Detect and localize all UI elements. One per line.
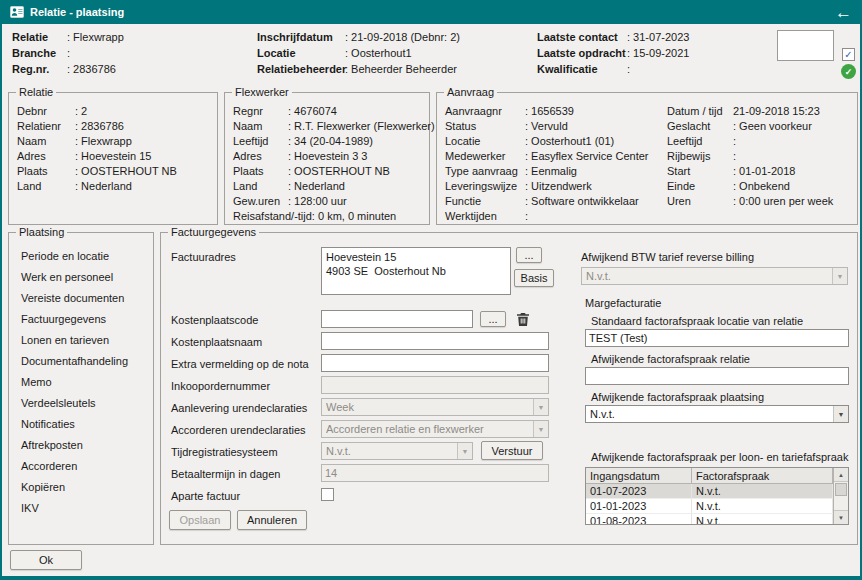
factuurgegevens-group-title: Factuurgegevens [168, 226, 259, 239]
row-label: Adres [17, 150, 75, 162]
verstuur-button[interactable]: Verstuur [481, 441, 543, 460]
header-label: Reg.nr. [12, 63, 67, 75]
afwijkende-factorafspraak-relatie-input[interactable] [585, 367, 849, 385]
nav-item-kopieren[interactable]: Kopiëren [9, 476, 153, 497]
header-label: Relatiebeheerder [257, 63, 345, 75]
nav-item-periode-en-locatie[interactable]: Periode en locatie [9, 245, 153, 266]
row-label: Geslacht [667, 120, 733, 132]
row-value: : Geen voorkeur [733, 120, 812, 132]
relatie-groupbox: Relatie Debnr: 2 Relatienr: 2836786 Naam… [8, 92, 218, 225]
nav-item-vereiste-documenten[interactable]: Vereiste documenten [9, 287, 153, 308]
kostenplaatscode-label: Kostenplaatscode [171, 314, 258, 326]
row-label: Datum / tijd [667, 105, 733, 117]
betaaltermijn-input[interactable] [321, 464, 549, 482]
kostenplaatsnaam-input[interactable] [321, 332, 549, 350]
nav-item-accorderen[interactable]: Accorderen [9, 455, 153, 476]
btw-reverse-billing-select[interactable]: N.v.t.▼ [581, 267, 848, 285]
header-checkbox[interactable]: ✓ [842, 48, 855, 61]
header-label: Laatste opdracht [537, 47, 627, 59]
nav-item-documentafhandeling[interactable]: Documentafhandeling [9, 350, 153, 371]
window-title: Relatie - plaatsing [30, 6, 829, 18]
row-value: : Hoevestein 15 [75, 150, 151, 162]
row-value: : Oosterhout1 (01) [525, 135, 614, 147]
opslaan-button[interactable]: Opslaan [169, 510, 231, 530]
table-row[interactable]: 01-08-2023 N.v.t. [586, 514, 848, 525]
nav-item-werk-en-personeel[interactable]: Werk en personeel [9, 266, 153, 287]
chevron-down-icon: ▼ [832, 268, 847, 284]
row-label: Rijbewijs [667, 150, 733, 162]
inkoopordernummer-input[interactable] [321, 376, 549, 394]
relatie-plaatsing-window: Relatie - plaatsing ← Relatie: Flexwrapp… [0, 0, 862, 580]
aanlevering-select[interactable]: Week▼ [321, 398, 549, 416]
header-label: Locatie [257, 47, 345, 59]
column-header-ingangsdatum: Ingangsdatum [586, 468, 692, 483]
scroll-down-icon[interactable]: ▼ [834, 510, 848, 524]
chevron-down-icon: ▼ [533, 399, 548, 415]
row-value: : Easyflex Service Center [525, 150, 649, 162]
back-arrow-icon[interactable]: ← [835, 4, 852, 21]
row-value: : OOSTERHOUT NB [75, 165, 177, 177]
scrollbar-thumb[interactable] [835, 483, 847, 496]
row-value: : [733, 135, 736, 147]
afwijkende-factorafspraak-plaatsing-label: Afwijkende factorafspraak plaatsing [591, 391, 764, 403]
chevron-down-icon: ▼ [833, 406, 848, 422]
header-value: : 15-09-2021 [627, 47, 689, 59]
row-label: Gew.uren [233, 195, 288, 207]
nav-item-lonen-en-tarieven[interactable]: Lonen en tarieven [9, 329, 153, 350]
chevron-down-icon: ▼ [457, 443, 472, 459]
tijdregistratie-select[interactable]: N.v.t.▼ [321, 442, 473, 460]
afwijkende-factorafspraak-relatie-label: Afwijkende factorafspraak relatie [591, 353, 750, 365]
nav-item-verdeelsleutels[interactable]: Verdeelsleutels [9, 392, 153, 413]
row-value: 21-09-2018 15:23 [733, 105, 820, 117]
row-value: : 34 (20-04-1989) [288, 135, 373, 147]
table-row[interactable]: 01-07-2023 N.v.t. [586, 484, 848, 499]
row-value: : 2836786 [75, 120, 124, 132]
betaaltermijn-label: Betaaltermijn in dagen [171, 468, 280, 480]
nav-item-memo[interactable]: Memo [9, 371, 153, 392]
reisafstand-value: Reisafstand/-tijd: 0 km, 0 minuten [233, 210, 396, 222]
header-value: : [627, 63, 630, 75]
row-value: : 01-01-2018 [733, 165, 795, 177]
flexwerker-groupbox: Flexwerker Regnr: 4676074 Naam: R.T. Fle… [224, 92, 430, 225]
header-value: : 2836786 [67, 63, 116, 75]
header-value: : 31-07-2023 [627, 31, 689, 43]
row-label: Land [17, 180, 75, 192]
accorderen-urendeclaraties-select[interactable]: Accorderen relatie en flexwerker▼ [321, 420, 549, 438]
kostenplaatscode-input[interactable] [321, 310, 473, 328]
annuleren-button[interactable]: Annuleren [237, 510, 307, 530]
window-icon [10, 6, 24, 18]
nav-item-factuurgegevens[interactable]: Factuurgegevens [9, 308, 153, 329]
factuuradres-textbox[interactable]: Hoevestein 15 4903 SE Oosterhout Nb [321, 247, 511, 295]
row-value: : Onbekend [733, 180, 790, 192]
row-label: Aanvraagnr [445, 105, 525, 117]
row-label: Einde [667, 180, 733, 192]
table-row[interactable]: 01-01-2023 N.v.t. [586, 499, 848, 514]
row-label: Type aanvraag [445, 165, 525, 177]
row-label: Regnr [233, 105, 288, 117]
header-inschrijf-column: Inschrijfdatum: 21-09-2018 (Debnr: 2) Lo… [257, 29, 460, 77]
header-value: : Beheerder Beheerder [345, 63, 457, 75]
aparte-factuur-checkbox[interactable] [321, 488, 334, 501]
kostenplaatscode-delete-button[interactable] [513, 309, 533, 329]
row-label: Leeftijd [667, 135, 733, 147]
factuuradres-browse-button[interactable]: ... [516, 247, 542, 263]
header-relatie-column: Relatie: Flexwrapp Branche: Reg.nr.: 283… [12, 29, 124, 77]
row-label: Adres [233, 150, 288, 162]
table-scrollbar[interactable]: ▲ ▼ [833, 468, 848, 524]
nav-item-notificaties[interactable]: Notificaties [9, 413, 153, 434]
kostenplaatsnaam-label: Kostenplaatsnaam [171, 336, 262, 348]
row-label: Land [233, 180, 288, 192]
standaard-factorafspraak-input[interactable] [585, 329, 849, 347]
aanvraag-group-title: Aanvraag [444, 86, 497, 99]
nav-item-aftrekposten[interactable]: Aftrekposten [9, 434, 153, 455]
scroll-up-icon[interactable]: ▲ [834, 468, 848, 482]
row-value: : [733, 150, 736, 162]
nav-item-ikv[interactable]: IKV [9, 497, 153, 518]
kostenplaatscode-browse-button[interactable]: ... [480, 311, 506, 327]
basis-button[interactable]: Basis [514, 269, 554, 287]
trash-icon [516, 312, 530, 327]
column-header-factorafspraak: Factorafspraak [692, 468, 833, 483]
extra-vermelding-input[interactable] [321, 354, 549, 372]
afwijkende-factorafspraak-plaatsing-select[interactable]: N.v.t.▼ [585, 405, 849, 423]
ok-button[interactable]: Ok [10, 550, 82, 570]
